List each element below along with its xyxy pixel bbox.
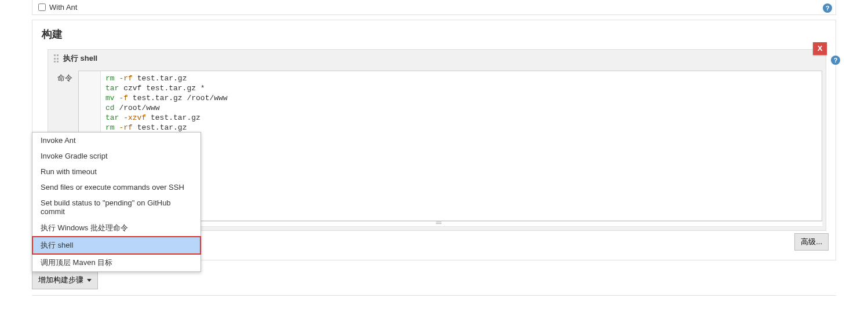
build-heading: 构建 (42, 27, 826, 41)
help-icon[interactable]: ? (831, 56, 840, 65)
menu-item[interactable]: Invoke Ant (32, 133, 200, 148)
with-ant-checkbox[interactable] (38, 3, 46, 11)
caret-down-icon (87, 279, 92, 282)
step-title: 执行 shell (63, 53, 97, 64)
next-section (32, 295, 836, 307)
menu-item[interactable]: Set build status to "pending" on GitHub … (32, 195, 200, 219)
drag-handle-icon[interactable] (54, 54, 60, 62)
advanced-button[interactable]: 高级... (794, 233, 829, 251)
menu-item[interactable]: 调用顶层 Maven 目标 (32, 254, 200, 271)
with-ant-label: With Ant (49, 3, 77, 12)
menu-item[interactable]: 执行 Windows 批处理命令 (32, 219, 200, 237)
help-icon[interactable]: ? (823, 3, 832, 13)
add-step-menu: Invoke AntInvoke Gradle scriptRun with t… (32, 132, 201, 272)
menu-item[interactable]: Invoke Gradle script (32, 148, 200, 164)
menu-item[interactable]: 执行 shell (32, 237, 200, 254)
add-build-step-button[interactable]: 增加构建步骤 (32, 271, 98, 289)
build-env-section: With Ant ? (32, 0, 836, 15)
menu-item[interactable]: Run with timeout (32, 164, 200, 179)
step-header[interactable]: 执行 shell (48, 50, 826, 67)
add-build-step-label: 增加构建步骤 (38, 275, 83, 285)
command-label: 命令 (52, 71, 72, 83)
menu-item[interactable]: Send files or execute commands over SSH (32, 179, 200, 195)
